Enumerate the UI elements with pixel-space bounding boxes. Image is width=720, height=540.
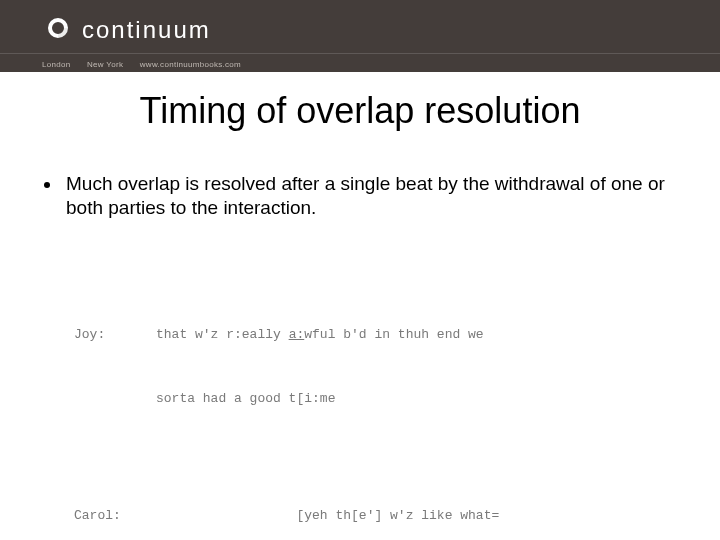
- utt-u: a:: [289, 327, 305, 342]
- brand-logo: continuum: [42, 14, 211, 46]
- brand-name: continuum: [82, 16, 211, 44]
- continuum-logo-icon: [42, 14, 74, 46]
- header-bar: continuum London New York www.continuumb…: [0, 0, 720, 72]
- arrow-col: [54, 324, 74, 345]
- bullet-list: Much overlap is resolved after a single …: [62, 172, 676, 221]
- speaker-col: Carol:: [74, 505, 156, 526]
- speaker-col: [74, 388, 156, 409]
- utterance: [yeh th[e'] w'z like what=: [156, 505, 686, 526]
- speaker-col: Joy:: [74, 324, 156, 345]
- page-title: Timing of overlap resolution: [24, 90, 696, 132]
- transcript: Joy: that w'z r:eally a:wful b'd in thuh…: [54, 281, 686, 540]
- header-divider: [0, 53, 720, 54]
- meta-city1: London: [42, 60, 71, 69]
- transcript-row: Carol: [yeh th[e'] w'z like what=: [54, 505, 686, 526]
- utterance: that w'z r:eally a:wful b'd in thuh end …: [156, 324, 686, 345]
- arrow-col: [54, 388, 74, 409]
- meta-city2: New York: [87, 60, 123, 69]
- arrow-col: [54, 505, 74, 526]
- slide-content: Timing of overlap resolution Much overla…: [0, 90, 720, 540]
- meta-url: www.continuumbooks.com: [140, 60, 241, 69]
- utt-pre: that w'z r:eally: [156, 327, 289, 342]
- transcript-spacer: [54, 452, 686, 462]
- utt-post: wful b'd in thuh end we: [304, 327, 483, 342]
- transcript-row: sorta had a good t[i:me: [54, 388, 686, 409]
- header-meta: London New York www.continuumbooks.com: [42, 60, 255, 69]
- transcript-row: Joy: that w'z r:eally a:wful b'd in thuh…: [54, 324, 686, 345]
- bullet-item: Much overlap is resolved after a single …: [62, 172, 676, 221]
- utterance: sorta had a good t[i:me: [156, 388, 686, 409]
